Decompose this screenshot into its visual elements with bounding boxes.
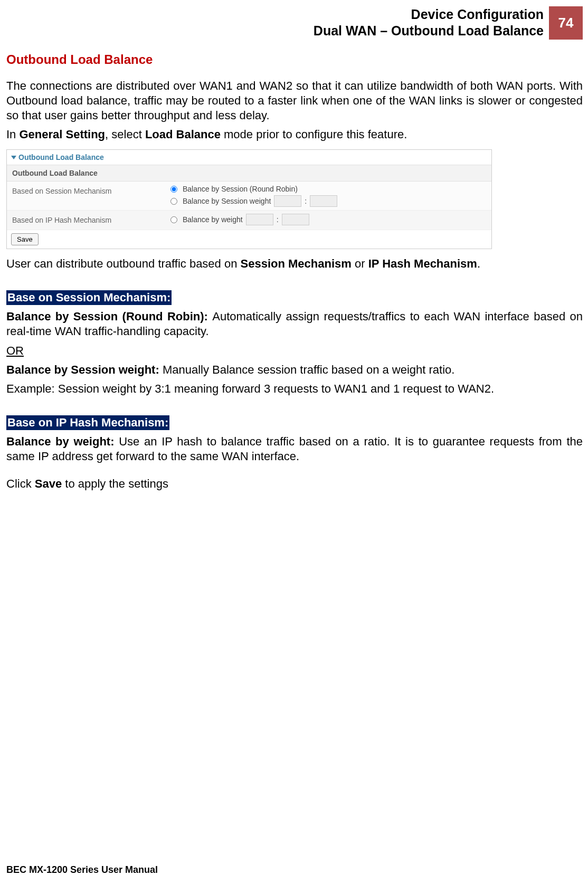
text-bold: General Setting [19, 128, 105, 141]
separator: : [305, 197, 307, 205]
save-button[interactable]: Save [11, 233, 39, 245]
option-label: Balance by weight [183, 215, 243, 224]
panel-section-header[interactable]: Outbound Load Balance [7, 150, 491, 165]
footer-text: BEC MX-1200 Series User Manual [6, 864, 158, 876]
text-bold: Session Mechanism [241, 257, 352, 270]
text-fragment: to apply the settings [62, 477, 168, 490]
row-label: Based on IP Hash Mechanism [7, 211, 165, 230]
panel-subheader: Outbound Load Balance [7, 165, 491, 182]
or-text: OR [6, 344, 24, 357]
header-line-1: Device Configuration [314, 6, 544, 23]
session-example: Example: Session weight by 3:1 meaning f… [6, 382, 583, 396]
config-row-iphash: Based on IP Hash Mechanism Balance by we… [7, 211, 491, 230]
iphash-mechanism-heading: Base on IP Hash Mechanism: [6, 415, 169, 430]
section-title: Outbound Load Balance [6, 52, 583, 67]
click-save-line: Click Save to apply the settings [6, 477, 583, 491]
header-line-2: Dual WAN – Outbound Load Balance [314, 23, 544, 39]
general-setting-line: In General Setting, select Load Balance … [6, 127, 583, 142]
weight-input-2[interactable] [282, 214, 309, 225]
option-round-robin[interactable]: Balance by Session (Round Robin) [170, 185, 486, 193]
iphash-weight-desc: Balance by weight: Use an IP hash to bal… [6, 434, 583, 464]
radio-round-robin[interactable] [170, 186, 177, 193]
session-mechanism-heading: Base on Session Mechanism: [6, 290, 172, 305]
text-bold: Balance by Session weight: [6, 363, 163, 376]
weight-input-1[interactable] [246, 214, 273, 225]
text-bold: IP Hash Mechanism [368, 257, 477, 270]
text-fragment: In [6, 128, 19, 141]
text-fragment: Manually Balance session traffic based o… [163, 363, 455, 376]
option-ip-weight[interactable]: Balance by weight : [170, 214, 486, 225]
weight-input-2[interactable] [310, 195, 337, 207]
option-label: Balance by Session (Round Robin) [183, 185, 298, 193]
page-number-badge: 74 [549, 6, 583, 40]
separator: : [277, 215, 279, 224]
text-bold: Load Balance [145, 128, 221, 141]
or-divider: OR [6, 344, 583, 358]
text-fragment: or [352, 257, 368, 270]
radio-session-weight[interactable] [170, 198, 177, 205]
collapse-icon [11, 156, 16, 159]
text-fragment: Click [6, 477, 35, 490]
intro-paragraph: The connections are distributed over WAN… [6, 79, 583, 123]
option-session-weight[interactable]: Balance by Session weight : [170, 195, 486, 207]
text-bold: Balance by Session (Round Robin): [6, 310, 212, 323]
panel-section-title: Outbound Load Balance [18, 153, 104, 161]
radio-ip-weight[interactable] [170, 216, 177, 223]
session-rr-desc: Balance by Session (Round Robin): Automa… [6, 309, 583, 339]
weight-input-1[interactable] [274, 195, 301, 207]
after-ui-line: User can distribute outbound traffic bas… [6, 256, 583, 271]
row-label: Based on Session Mechanism [7, 182, 165, 201]
config-row-session: Based on Session Mechanism Balance by Se… [7, 182, 491, 211]
text-fragment: mode prior to configure this feature. [221, 128, 407, 141]
option-label: Balance by Session weight [183, 197, 271, 205]
text-fragment: , select [105, 128, 145, 141]
text-bold: Balance by weight: [6, 435, 119, 448]
config-panel: Outbound Load Balance Outbound Load Bala… [6, 149, 492, 249]
text-bold: Save [35, 477, 62, 490]
page-header: Device Configuration Dual WAN – Outbound… [6, 6, 583, 40]
text-fragment: User can distribute outbound traffic bas… [6, 257, 241, 270]
session-weight-desc: Balance by Session weight: Manually Bala… [6, 363, 583, 377]
text-fragment: . [477, 257, 480, 270]
save-row: Save [7, 230, 491, 249]
